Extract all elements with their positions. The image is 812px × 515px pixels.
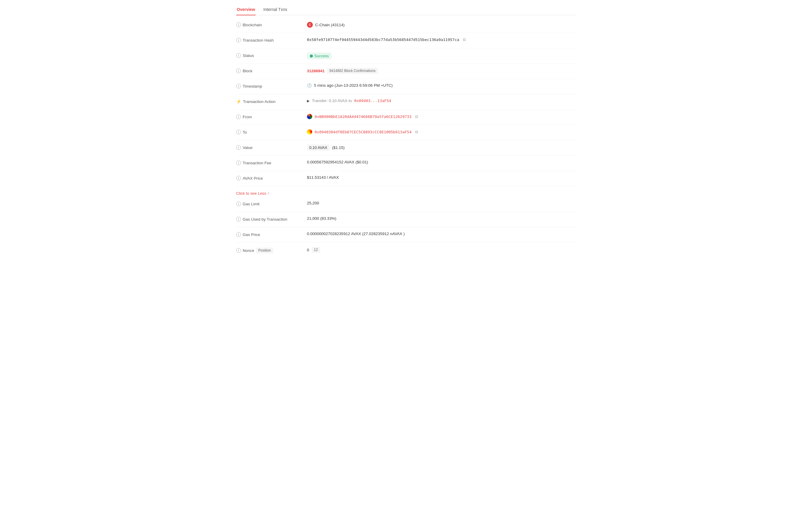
to-label: i To [236,129,307,135]
value-value: 0.10 AVAX ($1.15) [307,145,576,151]
status-text: Success [314,54,329,58]
nonce-position-label-badge: Position [256,248,273,253]
transfer-prefix: Transfer: 0.10 AVAX to [312,98,352,103]
nonce-position-value-badge: 12 [312,247,320,253]
copy-tx-hash-icon[interactable]: ⧉ [463,37,466,42]
confirmations-badge: 9414862 Block Confirmations [327,68,378,74]
status-badge: Success [307,53,332,59]
gas-used-label: i Gas Used by Transaction [236,216,307,222]
copy-from-addr-icon[interactable]: ⧉ [415,114,418,119]
to-value: 0x0940304df0Eb87CEC5C8893cCC8E1005b613aF… [307,129,576,135]
transaction-fee-label: i Transaction Fee [236,160,307,165]
to-address-link[interactable]: 0x0940304df0Eb87CEC5C8893cCC8E1005b613aF… [315,130,412,134]
block-value: 31288941 9414862 Block Confirmations [307,68,576,74]
tx-fee-text: 0.000567592954152 AVAX ($0.01) [307,160,368,164]
clock-icon: 🕐 [307,83,312,88]
info-icon-from: i [236,114,241,119]
transaction-action-label: ⚡ Transaction Action [236,98,307,104]
info-icon-status: i [236,53,241,58]
status-value: Success [307,53,576,59]
block-label: i Block [236,68,307,73]
from-label: i From [236,114,307,119]
row-block: i Block 31288941 9414862 Block Confirmat… [236,64,576,79]
gas-price-text: 0.000000027028235912 AVAX (27.028235912 … [307,232,405,236]
row-transaction-action: ⚡ Transaction Action ▶ Transfer: 0.10 AV… [236,94,576,110]
info-icon-gasused: i [236,217,241,222]
blockchain-label: i Blockchain [236,22,307,27]
avax-price-text: $11.53143 / AVAX [307,175,339,180]
success-dot-icon [310,55,313,58]
copy-to-addr-icon[interactable]: ⧉ [415,130,418,135]
timestamp-text: 5 mins ago (Jun-13-2023 6:59:06 PM +UTC) [314,83,393,88]
info-icon-gasprice: i [236,232,241,237]
block-number-link[interactable]: 31288941 [307,69,325,73]
info-icon-nonce: i [236,248,241,253]
transaction-hash-value: 0x58fe9710774ef944559443d4d583bc77da53b5… [307,37,576,42]
timestamp-label: i Timestamp [236,83,307,88]
gas-price-label: i Gas Price [236,232,307,237]
tabs-bar: Overview Internal Txns [236,5,576,15]
row-status: i Status Success [236,48,576,64]
from-value: 0xBB900BbE1A20dA4d474666B79a5fa6CE126297… [307,114,576,119]
tx-hash-text: 0x58fe9710774ef944559443d4d583bc77da53b5… [307,37,459,42]
row-transaction-fee: i Transaction Fee 0.000567592954152 AVAX… [236,156,576,171]
nonce-value: 0 12 [307,247,576,253]
nonce-value-text: 0 [307,248,309,252]
click-to-see-less-button[interactable]: Click to see Less ↑ [236,188,269,197]
row-timestamp: i Timestamp 🕐 5 mins ago (Jun-13-2023 6:… [236,79,576,94]
transaction-fee-value: 0.000567592954152 AVAX ($0.01) [307,160,576,164]
from-avatar [307,114,312,119]
avax-price-label: i AVAX Price [236,175,307,180]
row-gas-limit: i Gas Limit 25,200 [236,197,576,212]
status-label: i Status [236,53,307,58]
chain-name: C-Chain (43114) [315,23,345,27]
transaction-action-value: ▶ Transfer: 0.10 AVAX to 0x09403...13aF5… [307,98,576,103]
value-label: i Value [236,145,307,150]
nonce-label: i Nonce Position [236,247,307,253]
row-transaction-hash: i Transaction Hash 0x58fe9710774ef944559… [236,33,576,48]
info-icon-txhash: i [236,38,241,42]
timestamp-value: 🕐 5 mins ago (Jun-13-2023 6:59:06 PM +UT… [307,83,576,88]
transaction-hash-label: i Transaction Hash [236,37,307,42]
info-icon-timestamp: i [236,84,241,88]
to-avatar [307,129,312,135]
tab-overview[interactable]: Overview [236,5,256,15]
gas-limit-text: 25,200 [307,201,319,205]
value-usd: ($1.15) [332,145,345,150]
gas-used-text: 21,000 (83.33%) [307,216,337,221]
row-gas-price: i Gas Price 0.000000027028235912 AVAX (2… [236,227,576,243]
transfer-to-addr-link[interactable]: 0x09403...13aF54 [354,98,391,103]
transfer-arrow-icon: ▶ [307,99,310,103]
tab-internal-txns[interactable]: Internal Txns [263,5,288,15]
row-to: i To 0x0940304df0Eb87CEC5C8893cCC8E1005b… [236,125,576,140]
row-from: i From 0xBB900BbE1A20dA4d474666B79a5fa6C… [236,110,576,125]
gas-price-value: 0.000000027028235912 AVAX (27.028235912 … [307,232,576,236]
info-icon-avaxprice: i [236,176,241,180]
row-value: i Value 0.10 AVAX ($1.15) [236,140,576,156]
row-gas-used: i Gas Used by Transaction 21,000 (83.33%… [236,212,576,227]
info-icon-block: i [236,68,241,73]
info-icon-txfee: i [236,161,241,165]
row-nonce: i Nonce Position 0 12 [236,243,576,258]
c-chain-badge: C [307,22,313,28]
avax-price-value: $11.53143 / AVAX [307,175,576,180]
avax-amount-badge: 0.10 AVAX [307,145,330,151]
from-address-link[interactable]: 0xBB900BbE1A20dA4d474666B79a5fa6CE126297… [315,114,412,119]
gas-limit-value: 25,200 [307,201,576,205]
click-less-section: Click to see Less ↑ [236,187,576,197]
blockchain-value: C C-Chain (43114) [307,22,576,28]
lightning-icon: ⚡ [236,99,241,104]
info-icon-gaslimit: i [236,201,241,206]
gas-limit-label: i Gas Limit [236,201,307,206]
info-icon-to: i [236,130,241,135]
row-avax-price: i AVAX Price $11.53143 / AVAX [236,171,576,187]
info-icon-blockchain: i [236,22,241,27]
info-icon-value: i [236,145,241,150]
row-blockchain: i Blockchain C C-Chain (43114) [236,18,576,33]
gas-used-value: 21,000 (83.33%) [307,216,576,221]
